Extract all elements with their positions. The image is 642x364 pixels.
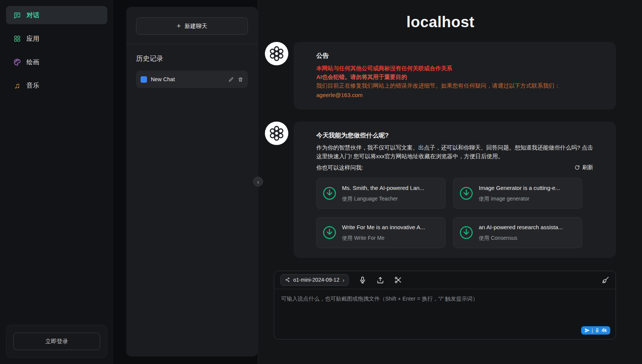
refresh-button[interactable]: 刷新 xyxy=(574,164,593,171)
login-button[interactable]: 立即登录 xyxy=(13,333,100,350)
palette-icon xyxy=(13,58,21,66)
upload-icon xyxy=(376,276,384,284)
message-welcome: 今天我能为您做些什么呢? 作为你的智慧伙伴，我不仅可以写文案、出点子，还可以和你… xyxy=(265,122,616,258)
delete-icon[interactable] xyxy=(238,77,243,82)
sidebar-item-drawing[interactable]: 绘画 xyxy=(6,53,107,71)
download-circle-icon xyxy=(322,225,337,240)
ask-hint: 你也可以这样问我: xyxy=(316,163,363,172)
sidebar-item-apps[interactable]: 应用 xyxy=(6,29,107,48)
clear-context-button[interactable] xyxy=(602,276,610,284)
chat-item-icon xyxy=(141,76,147,83)
token-badge[interactable]: | 4k xyxy=(581,326,610,335)
announcement-line2: AI也会犯错。请勿将其用于重要目的 xyxy=(316,72,593,81)
sidebar-item-label: 应用 xyxy=(26,34,39,43)
suggestion-subtitle: 使用 image generator xyxy=(479,195,560,203)
collapse-icon: ‹ xyxy=(257,179,259,185)
download-circle-icon xyxy=(322,186,337,201)
sidebar-item-music[interactable]: ♫ 音乐 xyxy=(6,76,107,94)
suggestion-text: Write For Me is an innovative A... 使用 Wr… xyxy=(342,223,425,242)
suggestion-card[interactable]: Image Generator is a cutting-e... 使用 ima… xyxy=(453,178,582,209)
announcement-line3: 我们目前正在修复我们网站上的错误并改进细节。如果您有任何疑问，请通过以下方式联系… xyxy=(316,81,593,90)
page-title: localhost xyxy=(265,14,616,31)
broom-icon xyxy=(602,276,610,284)
chat-item-actions xyxy=(228,77,243,82)
suggestion-title: Write For Me is an innovative A... xyxy=(342,223,425,231)
chat-bubble-icon xyxy=(13,11,21,19)
download-circle-icon xyxy=(459,186,474,201)
welcome-bubble: 今天我能为您做些什么呢? 作为你的智慧伙伴，我不仅可以写文案、出点子，还可以和你… xyxy=(294,122,616,258)
new-chat-button[interactable]: + 新建聊天 xyxy=(136,17,248,35)
assistant-avatar xyxy=(265,122,288,145)
download-circle-icon xyxy=(459,225,474,240)
suggestion-grid: Ms. Smith, the AI-powered Lan... 使用 Lang… xyxy=(316,178,593,248)
sidebar: 对话 应用 绘画 ♫ 音乐 xyxy=(0,0,113,364)
model-icon xyxy=(285,277,290,282)
scissors-icon xyxy=(394,276,402,284)
refresh-icon xyxy=(574,165,580,170)
composer-toolbar: o1-mini-2024-09-12 › xyxy=(274,271,616,289)
chat-list-item[interactable]: New Chat xyxy=(136,71,248,88)
welcome-title: 今天我能为您做些什么呢? xyxy=(316,131,593,140)
composer: o1-mini-2024-09-12 › xyxy=(274,271,616,339)
sidebar-item-chat[interactable]: 对话 xyxy=(6,6,107,24)
panel-divider xyxy=(126,44,258,44)
sidebar-item-label: 绘画 xyxy=(26,58,39,66)
suggestion-title: Ms. Smith, the AI-powered Lan... xyxy=(342,184,424,192)
assistant-avatar xyxy=(265,42,288,65)
suggestion-title: an AI-powered research assista... xyxy=(479,223,563,231)
openai-logo-icon xyxy=(269,46,285,62)
microphone-icon xyxy=(359,276,367,284)
chat-item-title: New Chat xyxy=(151,76,224,82)
suggestion-title: Image Generator is a cutting-e... xyxy=(479,184,560,192)
plus-icon: + xyxy=(176,22,181,30)
contact-email-link[interactable]: ageerle@163.com xyxy=(316,91,363,99)
app-root: 对话 应用 绘画 ♫ 音乐 xyxy=(0,0,642,364)
upload-button[interactable] xyxy=(376,276,384,284)
suggestion-subtitle: 使用 Consensus xyxy=(479,234,563,242)
suggestion-card[interactable]: an AI-powered research assista... 使用 Con… xyxy=(453,217,582,248)
ask-row: 你也可以这样问我: 刷新 xyxy=(316,163,593,172)
announcement-title: 公告 xyxy=(316,51,593,61)
music-note-icon: ♫ xyxy=(13,81,21,89)
welcome-body: 作为你的智慧伙伴，我不仅可以写文案、出点子，还可以和你聊天、回答问题。想知道我还… xyxy=(316,143,593,161)
history-title: 历史记录 xyxy=(136,54,248,63)
chat-list-panel-wrap: + 新建聊天 历史记录 New Chat xyxy=(113,0,258,364)
grid-icon xyxy=(13,34,21,43)
suggestion-card[interactable]: Ms. Smith, the AI-powered Lan... 使用 Lang… xyxy=(316,178,446,209)
screenshot-button[interactable] xyxy=(394,276,402,284)
suggestion-text: Ms. Smith, the AI-powered Lan... 使用 Lang… xyxy=(342,184,424,203)
suggestion-subtitle: 使用 Language Teacher xyxy=(342,195,424,203)
edit-icon[interactable] xyxy=(228,77,234,82)
message-input[interactable] xyxy=(274,289,616,339)
announcement-line1: 本网站与任何其他公司或商标没有任何关联或合作关系 xyxy=(316,64,593,72)
microphone-button[interactable] xyxy=(359,276,367,284)
collapse-sidebar-button[interactable]: ‹ xyxy=(253,177,263,187)
suggestion-card[interactable]: Write For Me is an innovative A... 使用 Wr… xyxy=(316,217,446,248)
badge-divider: | xyxy=(592,328,593,333)
suggestion-text: an AI-powered research assista... 使用 Con… xyxy=(479,223,563,242)
model-selector[interactable]: o1-mini-2024-09-12 › xyxy=(280,274,349,286)
new-chat-label: 新建聊天 xyxy=(185,23,207,30)
chevron-right-icon: › xyxy=(342,277,344,283)
model-label: o1-mini-2024-09-12 xyxy=(293,277,339,283)
send-icon xyxy=(585,328,590,333)
suggestion-subtitle: 使用 Write For Me xyxy=(342,234,425,242)
battery-icon xyxy=(595,328,600,333)
token-count: 4k xyxy=(602,328,607,333)
sidebar-item-label: 音乐 xyxy=(26,81,39,90)
chat-list-panel: + 新建聊天 历史记录 New Chat xyxy=(126,7,258,356)
sidebar-item-label: 对话 xyxy=(26,11,39,20)
openai-logo-icon xyxy=(269,125,285,141)
announcement-bubble: 公告 本网站与任何其他公司或商标没有任何关联或合作关系 AI也会犯错。请勿将其用… xyxy=(294,42,616,110)
refresh-label: 刷新 xyxy=(582,164,593,171)
login-card: 立即登录 xyxy=(6,325,107,358)
message-announcement: 公告 本网站与任何其他公司或商标没有任何关联或合作关系 AI也会犯错。请勿将其用… xyxy=(265,42,616,110)
chat-main: ‹ localhost 公告 本网站与任何其他公司或商标没有任何关联或合作关系 … xyxy=(258,0,642,364)
suggestion-text: Image Generator is a cutting-e... 使用 ima… xyxy=(479,184,560,203)
